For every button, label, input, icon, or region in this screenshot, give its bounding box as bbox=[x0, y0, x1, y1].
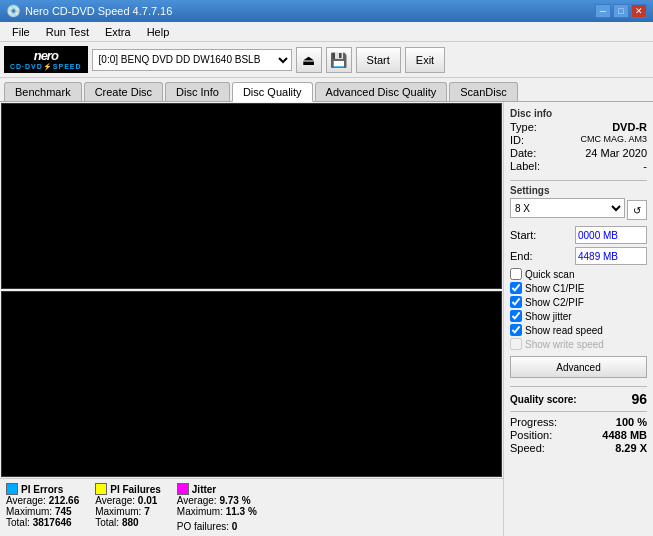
speed-value: 8.29 X bbox=[615, 442, 647, 454]
tabs-bar: Benchmark Create Disc Disc Info Disc Qua… bbox=[0, 78, 653, 102]
pi-failures-color bbox=[95, 483, 107, 495]
progress-value: 100 % bbox=[616, 416, 647, 428]
pi-failures-maximum: Maximum: 7 bbox=[95, 506, 161, 517]
quality-score-row: Quality score: 96 bbox=[510, 391, 647, 407]
progress-row: Progress: 100 % bbox=[510, 416, 647, 428]
titlebar: 💿 Nero CD-DVD Speed 4.7.7.16 ─ □ ✕ bbox=[0, 0, 653, 22]
settings-section: Settings 8 X Maximum 1 X 2 X 4 X 16 X ↺ … bbox=[510, 185, 647, 378]
po-failures: PO failures: 0 bbox=[177, 521, 257, 532]
tab-scan-disc[interactable]: ScanDisc bbox=[449, 82, 517, 101]
show-c1pie-label: Show C1/PIE bbox=[525, 283, 584, 294]
tab-benchmark[interactable]: Benchmark bbox=[4, 82, 82, 101]
show-c2pif-checkbox[interactable] bbox=[510, 296, 522, 308]
disc-label-label: Label: bbox=[510, 160, 540, 172]
tab-advanced-disc-quality[interactable]: Advanced Disc Quality bbox=[315, 82, 448, 101]
menu-file[interactable]: File bbox=[4, 24, 38, 40]
position-value: 4488 MB bbox=[602, 429, 647, 441]
pi-errors-average: Average: 212.66 bbox=[6, 495, 79, 506]
divider1 bbox=[510, 180, 647, 181]
progress-section: Progress: 100 % Position: 4488 MB Speed:… bbox=[510, 416, 647, 454]
menu-run-test[interactable]: Run Test bbox=[38, 24, 97, 40]
start-row: Start: bbox=[510, 226, 647, 244]
disc-type-value: DVD-R bbox=[612, 121, 647, 133]
tab-disc-quality[interactable]: Disc Quality bbox=[232, 82, 313, 102]
disc-label-value: - bbox=[643, 160, 647, 172]
disc-date-row: Date: 24 Mar 2020 bbox=[510, 147, 647, 159]
disc-date-value: 24 Mar 2020 bbox=[585, 147, 647, 159]
speed-row: Speed: 8.29 X bbox=[510, 442, 647, 454]
right-panel: Disc info Type: DVD-R ID: CMC MAG. AM3 D… bbox=[503, 102, 653, 536]
menu-extra[interactable]: Extra bbox=[97, 24, 139, 40]
eject-button[interactable]: ⏏ bbox=[296, 47, 322, 73]
disc-type-label: Type: bbox=[510, 121, 537, 133]
menu-help[interactable]: Help bbox=[139, 24, 178, 40]
bottom-chart bbox=[1, 291, 502, 477]
quick-scan-row: Quick scan bbox=[510, 268, 647, 280]
show-write-speed-checkbox[interactable] bbox=[510, 338, 522, 350]
tab-create-disc[interactable]: Create Disc bbox=[84, 82, 163, 101]
end-label: End: bbox=[510, 250, 533, 262]
position-row: Position: 4488 MB bbox=[510, 429, 647, 441]
quality-score-value: 96 bbox=[631, 391, 647, 407]
progress-label: Progress: bbox=[510, 416, 557, 428]
titlebar-title: Nero CD-DVD Speed 4.7.7.16 bbox=[25, 5, 172, 17]
quality-score-label: Quality score: bbox=[510, 394, 577, 405]
show-c1pie-checkbox[interactable] bbox=[510, 282, 522, 294]
exit-button[interactable]: Exit bbox=[405, 47, 445, 73]
speed-selector[interactable]: 8 X Maximum 1 X 2 X 4 X 16 X bbox=[510, 198, 625, 218]
maximize-button[interactable]: □ bbox=[613, 4, 629, 18]
refresh-button[interactable]: ↺ bbox=[627, 200, 647, 220]
app-icon: 💿 bbox=[6, 4, 21, 18]
main-content: PI Errors Average: 212.66 Maximum: 745 T… bbox=[0, 102, 653, 536]
close-button[interactable]: ✕ bbox=[631, 4, 647, 18]
pi-errors-stats: PI Errors Average: 212.66 Maximum: 745 T… bbox=[6, 483, 79, 532]
end-input[interactable] bbox=[575, 247, 647, 265]
show-read-speed-checkbox[interactable] bbox=[510, 324, 522, 336]
show-write-speed-label: Show write speed bbox=[525, 339, 604, 350]
show-jitter-checkbox[interactable] bbox=[510, 310, 522, 322]
pi-failures-label: PI Failures bbox=[110, 484, 161, 495]
jitter-stats: Jitter Average: 9.73 % Maximum: 11.3 % P… bbox=[177, 483, 257, 532]
start-input[interactable] bbox=[575, 226, 647, 244]
disc-date-label: Date: bbox=[510, 147, 536, 159]
speed-label: Speed: bbox=[510, 442, 545, 454]
disc-label-row: Label: - bbox=[510, 160, 647, 172]
quick-scan-checkbox[interactable] bbox=[510, 268, 522, 280]
show-c2pif-row: Show C2/PIF bbox=[510, 296, 647, 308]
position-label: Position: bbox=[510, 429, 552, 441]
quick-scan-label: Quick scan bbox=[525, 269, 574, 280]
end-row: End: bbox=[510, 247, 647, 265]
disc-info-title: Disc info bbox=[510, 108, 647, 119]
disc-id-row: ID: CMC MAG. AM3 bbox=[510, 134, 647, 146]
save-button[interactable]: 💾 bbox=[326, 47, 352, 73]
speed-row: 8 X Maximum 1 X 2 X 4 X 16 X ↺ bbox=[510, 198, 647, 222]
drive-selector[interactable]: [0:0] BENQ DVD DD DW1640 BSLB bbox=[92, 49, 292, 71]
titlebar-left: 💿 Nero CD-DVD Speed 4.7.7.16 bbox=[6, 4, 172, 18]
toolbar: nero CD·DVD⚡SPEED [0:0] BENQ DVD DD DW16… bbox=[0, 42, 653, 78]
pif-jitter-chart bbox=[2, 292, 302, 442]
stats-bar: PI Errors Average: 212.66 Maximum: 745 T… bbox=[0, 478, 503, 536]
pi-failures-stats: PI Failures Average: 0.01 Maximum: 7 Tot… bbox=[95, 483, 161, 532]
pi-failures-total: Total: 880 bbox=[95, 517, 161, 528]
menubar: File Run Test Extra Help bbox=[0, 22, 653, 42]
advanced-button[interactable]: Advanced bbox=[510, 356, 647, 378]
start-button[interactable]: Start bbox=[356, 47, 401, 73]
show-jitter-label: Show jitter bbox=[525, 311, 572, 322]
pi-errors-chart bbox=[2, 104, 302, 254]
show-read-speed-row: Show read speed bbox=[510, 324, 647, 336]
pi-errors-color bbox=[6, 483, 18, 495]
pi-errors-total: Total: 3817646 bbox=[6, 517, 79, 528]
settings-title: Settings bbox=[510, 185, 647, 196]
chart-wrapper: PI Errors Average: 212.66 Maximum: 745 T… bbox=[0, 102, 503, 536]
disc-id-label: ID: bbox=[510, 134, 524, 146]
minimize-button[interactable]: ─ bbox=[595, 4, 611, 18]
disc-info-section: Disc info Type: DVD-R ID: CMC MAG. AM3 D… bbox=[510, 108, 647, 172]
show-write-speed-row: Show write speed bbox=[510, 338, 647, 350]
pi-errors-maximum: Maximum: 745 bbox=[6, 506, 79, 517]
titlebar-controls: ─ □ ✕ bbox=[595, 4, 647, 18]
nero-logo-container: nero CD·DVD⚡SPEED bbox=[4, 46, 88, 73]
tab-disc-info[interactable]: Disc Info bbox=[165, 82, 230, 101]
divider2 bbox=[510, 386, 647, 387]
show-c2pif-label: Show C2/PIF bbox=[525, 297, 584, 308]
nero-logo-text: nero bbox=[34, 48, 58, 63]
